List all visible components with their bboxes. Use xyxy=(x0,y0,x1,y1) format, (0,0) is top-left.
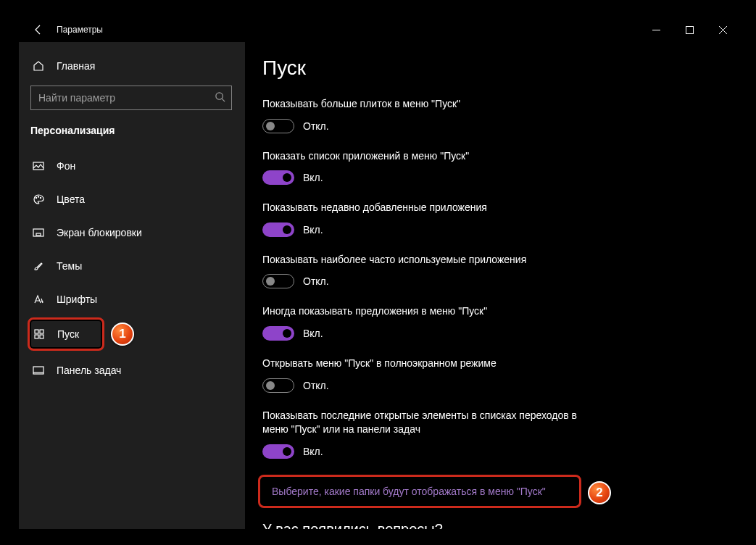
svg-rect-11 xyxy=(40,330,43,333)
search-placeholder: Найти параметр xyxy=(38,92,115,104)
svg-point-5 xyxy=(36,197,36,198)
setting-label: Показывать больше плиток в меню "Пуск" xyxy=(262,97,596,112)
window-title: Параметры xyxy=(57,25,103,35)
sidebar-item-label: Темы xyxy=(57,260,82,272)
close-button[interactable] xyxy=(706,19,739,41)
toggle-suggestions[interactable] xyxy=(262,326,294,341)
toggle-app-list[interactable] xyxy=(262,170,294,185)
toggle-state: Вкл. xyxy=(303,446,323,457)
sidebar: Главная Найти параметр Персонализация Фо… xyxy=(19,42,245,529)
toggle-more-tiles[interactable] xyxy=(262,119,294,133)
toggle-state: Откл. xyxy=(303,380,329,391)
svg-point-6 xyxy=(38,196,38,197)
setting-fullscreen: Открывать меню "Пуск" в полноэкранном ре… xyxy=(262,357,596,393)
choose-folders-link[interactable]: Выберите, какие папки будут отображаться… xyxy=(272,486,546,497)
svg-rect-12 xyxy=(35,335,38,338)
toggle-jumplists[interactable] xyxy=(262,444,294,459)
setting-label: Открывать меню "Пуск" в полноэкранном ре… xyxy=(262,357,596,371)
setting-label: Показывать наиболее часто используемые п… xyxy=(262,253,596,267)
font-icon xyxy=(32,294,45,305)
toggle-state: Откл. xyxy=(303,275,329,287)
start-icon xyxy=(33,328,46,340)
sidebar-item-colors[interactable]: Цвета xyxy=(29,183,242,216)
sidebar-item-label: Панель задач xyxy=(57,365,121,376)
setting-more-tiles: Показывать больше плиток в меню "Пуск" О… xyxy=(262,97,596,133)
setting-label: Показывать последние открытые элементы в… xyxy=(262,409,596,437)
maximize-button[interactable] xyxy=(673,19,706,41)
sidebar-item-label: Фон xyxy=(57,160,75,172)
sidebar-item-background[interactable]: Фон xyxy=(29,149,242,183)
setting-label: Иногда показывать предложения в меню "Пу… xyxy=(262,304,596,319)
sidebar-category: Персонализация xyxy=(29,120,242,149)
sidebar-item-label: Пуск xyxy=(57,328,79,340)
lockscreen-icon xyxy=(32,227,45,238)
titlebar: Параметры xyxy=(19,17,739,42)
search-icon xyxy=(215,91,225,104)
sidebar-item-themes[interactable]: Темы xyxy=(29,249,242,283)
setting-jumplists: Показывать последние открытые элементы в… xyxy=(262,409,596,459)
svg-rect-13 xyxy=(40,335,43,338)
toggle-fullscreen[interactable] xyxy=(262,378,294,393)
sidebar-item-fonts[interactable]: Шрифты xyxy=(29,283,242,316)
setting-suggestions: Иногда показывать предложения в меню "Пу… xyxy=(262,304,596,341)
sidebar-item-label: Цвета xyxy=(57,194,85,205)
sidebar-item-label: Экран блокировки xyxy=(57,227,142,238)
svg-point-7 xyxy=(40,197,41,198)
toggle-state: Вкл. xyxy=(303,328,323,339)
annotation-highlight-2: Выберите, какие папки будут отображаться… xyxy=(258,475,581,508)
setting-label: Показать список приложений в меню "Пуск" xyxy=(262,149,596,164)
settings-window: Параметры Главная xyxy=(19,17,739,529)
toggle-state: Откл. xyxy=(303,120,329,132)
page-title: Пуск xyxy=(262,57,722,80)
sidebar-home-label: Главная xyxy=(57,60,95,72)
taskbar-icon xyxy=(32,365,45,376)
setting-most-used: Показывать наиболее часто используемые п… xyxy=(262,253,596,289)
setting-recent-apps: Показывать недавно добавленные приложени… xyxy=(262,201,596,237)
svg-rect-9 xyxy=(36,233,41,236)
annotation-badge-2: 2 xyxy=(588,481,611,504)
help-title: У вас появились вопросы? xyxy=(262,521,722,529)
sidebar-item-start[interactable]: Пуск xyxy=(30,320,102,349)
svg-rect-10 xyxy=(35,330,38,333)
sidebar-item-label: Шрифты xyxy=(57,294,97,305)
picture-icon xyxy=(32,160,45,172)
toggle-recent-apps[interactable] xyxy=(262,222,294,237)
setting-app-list: Показать список приложений в меню "Пуск"… xyxy=(262,149,596,186)
main-content: Пуск Показывать больше плиток в меню "Пу… xyxy=(245,42,739,529)
setting-label: Показывать недавно добавленные приложени… xyxy=(262,201,596,215)
search-input[interactable]: Найти параметр xyxy=(30,86,232,110)
annotation-highlight-1: Пуск 1 xyxy=(28,317,104,351)
palette-icon xyxy=(32,194,45,205)
brush-icon xyxy=(32,260,45,272)
svg-line-3 xyxy=(222,99,225,101)
sidebar-item-lockscreen[interactable]: Экран блокировки xyxy=(29,216,242,249)
annotation-badge-1: 1 xyxy=(111,323,134,346)
home-icon xyxy=(32,60,45,72)
toggle-most-used[interactable] xyxy=(262,274,294,288)
toggle-state: Вкл. xyxy=(303,224,323,236)
toggle-state: Вкл. xyxy=(303,172,323,183)
svg-rect-1 xyxy=(686,26,693,33)
minimize-button[interactable] xyxy=(639,19,673,41)
svg-point-2 xyxy=(216,93,223,99)
back-button[interactable] xyxy=(30,22,46,38)
window-controls xyxy=(639,19,739,41)
sidebar-item-taskbar[interactable]: Панель задач xyxy=(29,354,242,387)
sidebar-home[interactable]: Главная xyxy=(29,51,242,81)
